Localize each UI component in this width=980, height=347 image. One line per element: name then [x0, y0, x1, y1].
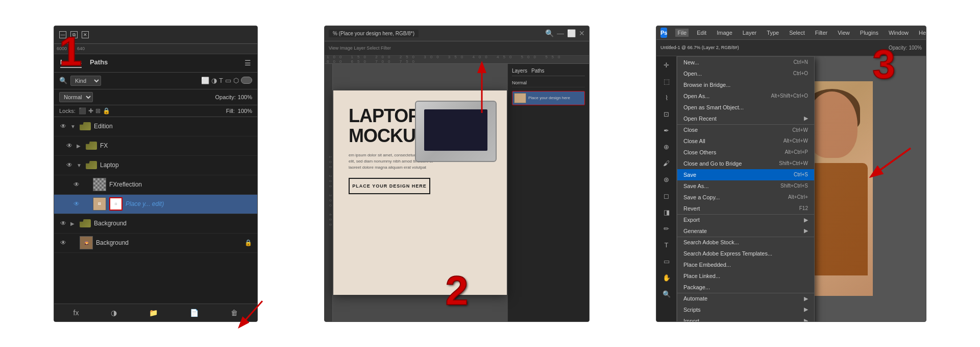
- layer-expand-icon[interactable]: ▼: [77, 163, 83, 168]
- layers-panel-menu-icon[interactable]: ☰: [244, 59, 251, 67]
- restore-icon[interactable]: ⬜: [567, 29, 576, 37]
- menu-item-automate[interactable]: Automate ▶: [677, 293, 814, 304]
- lock-artboards-icon[interactable]: ⊞: [95, 107, 101, 114]
- menu-item-close[interactable]: Close Ctrl+W: [677, 124, 814, 135]
- list-item[interactable]: 👁 🌄 Background 🔒: [54, 234, 257, 253]
- hand-tool-icon[interactable]: ✋: [659, 272, 674, 284]
- crop-tool-icon[interactable]: ⊡: [659, 108, 674, 121]
- type-tool-icon[interactable]: T: [659, 239, 674, 251]
- ps-logo: Ps: [660, 28, 667, 38]
- smart-filter-icon[interactable]: ⬡: [233, 77, 239, 84]
- menu-item-express[interactable]: Search Adobe Express Templates...: [677, 248, 814, 259]
- menu-item-close-bridge[interactable]: Close and Go to Bridge Shift+Ctrl+W: [677, 158, 814, 169]
- layer-visibility-icon[interactable]: 👁: [59, 239, 67, 247]
- opacity-value[interactable]: 100%: [238, 94, 252, 100]
- tab-paths[interactable]: Paths: [90, 58, 108, 68]
- menu-plugins[interactable]: Plugins: [858, 29, 880, 37]
- menu-item-save[interactable]: Save Ctrl+S: [677, 169, 814, 180]
- close-icon[interactable]: ✕: [579, 29, 585, 37]
- filter-toggle[interactable]: [241, 77, 252, 84]
- adjustment-filter-icon[interactable]: ◑: [211, 77, 217, 84]
- eraser-tool-icon[interactable]: ◻: [659, 190, 674, 202]
- layer-expand-icon[interactable]: ▶: [77, 143, 83, 149]
- menu-item-import[interactable]: Import ▶: [677, 315, 814, 321]
- layer-visibility-icon[interactable]: 👁: [59, 219, 67, 227]
- lock-all-icon[interactable]: 🔒: [103, 107, 110, 114]
- menu-edit[interactable]: Edit: [695, 29, 708, 37]
- menu-item-generate[interactable]: Generate ▶: [677, 225, 814, 237]
- menu-item-open-smart[interactable]: Open as Smart Object...: [677, 102, 814, 113]
- layer-visibility-icon[interactable]: 👁: [72, 180, 81, 189]
- mockup-cta-button[interactable]: PLACE YOUR DESIGN HERE: [349, 178, 430, 194]
- menu-item-close-others[interactable]: Close Others Alt+Ctrl+P: [677, 147, 814, 158]
- zoom-tool-icon[interactable]: 🔍: [659, 288, 674, 300]
- menu-item-save-copy[interactable]: Save a Copy... Alt+Ctrl+: [677, 192, 814, 203]
- menu-image[interactable]: Image: [715, 29, 734, 37]
- menu-item-browse[interactable]: Browse in Bridge...: [677, 79, 814, 90]
- menu-item-scripts[interactable]: Scripts ▶: [677, 304, 814, 315]
- pen-tool-icon[interactable]: ✏: [659, 223, 674, 235]
- menu-item-save-as[interactable]: Save As... Shift+Ctrl+S: [677, 180, 814, 192]
- list-item[interactable]: 👁 FXreflection: [54, 175, 257, 195]
- layer-expand-icon[interactable]: ▶: [70, 221, 77, 226]
- menu-window[interactable]: Window: [887, 29, 911, 37]
- list-item[interactable]: 👁 ▶ FX: [54, 136, 257, 156]
- lock-pixels-icon[interactable]: ⬛: [79, 107, 86, 114]
- menu-item-package[interactable]: Package...: [677, 282, 814, 293]
- layer-visibility-icon[interactable]: 👁: [65, 161, 74, 169]
- menu-item-place-embedded[interactable]: Place Embedded...: [677, 259, 814, 270]
- menu-item-close-all[interactable]: Close All Alt+Ctrl+W: [677, 135, 814, 147]
- menu-item-revert[interactable]: Revert F12: [677, 203, 814, 214]
- menu-item-open-recent[interactable]: Open Recent ▶: [677, 113, 814, 124]
- side-layers-tab[interactable]: Layers: [512, 68, 527, 74]
- lasso-tool-icon[interactable]: ⌇: [659, 92, 674, 104]
- kind-select[interactable]: KindNameEffect: [70, 76, 101, 86]
- lock-position-icon[interactable]: ✚: [88, 107, 93, 114]
- menu-view[interactable]: View: [836, 29, 852, 37]
- side-paths-tab[interactable]: Paths: [531, 68, 545, 74]
- gradient-tool-icon[interactable]: ◨: [659, 206, 674, 219]
- brush-tool-icon[interactable]: 🖌: [659, 157, 674, 170]
- search-icon[interactable]: 🔍: [545, 29, 554, 37]
- layer-expand-icon[interactable]: ▼: [70, 124, 77, 129]
- layer-visibility-icon[interactable]: 👁: [65, 142, 74, 150]
- type-filter-icon[interactable]: T: [219, 77, 223, 84]
- minimize-icon[interactable]: —: [557, 29, 564, 37]
- add-fx-icon[interactable]: fx: [74, 309, 79, 317]
- eyedropper-tool-icon[interactable]: ✒: [659, 125, 674, 137]
- selection-tool-icon[interactable]: ⬚: [659, 76, 674, 88]
- menu-item-open-as[interactable]: Open As... Alt+Shift+Ctrl+O: [677, 90, 814, 102]
- menu-item-new[interactable]: New... Ctrl+N: [677, 57, 814, 68]
- side-layer-item-highlighted[interactable]: Place your design here: [512, 91, 585, 105]
- menu-layer[interactable]: Layer: [741, 29, 759, 37]
- pixel-filter-icon[interactable]: ⬜: [201, 77, 209, 84]
- healing-tool-icon[interactable]: ⊕: [659, 141, 674, 153]
- blend-mode-select[interactable]: Normal: [59, 92, 93, 102]
- menu-item-export[interactable]: Export ▶: [677, 214, 814, 225]
- menu-type[interactable]: Type: [765, 29, 781, 37]
- menu-item-label: Search Adobe Stock...: [683, 239, 739, 245]
- menu-item-place-linked[interactable]: Place Linked...: [677, 270, 814, 282]
- shape-filter-icon[interactable]: ▭: [225, 77, 231, 84]
- layer-visibility-icon[interactable]: 👁: [59, 122, 67, 130]
- new-group-icon[interactable]: 📁: [149, 309, 158, 317]
- list-item[interactable]: 👁 🖼 □ Place y... edit): [54, 195, 257, 214]
- menu-item-stock[interactable]: Search Adobe Stock...: [677, 237, 814, 248]
- menu-help[interactable]: Help: [917, 29, 926, 37]
- fill-value[interactable]: 100%: [238, 108, 252, 114]
- list-item[interactable]: 👁 ▼ Laptop: [54, 156, 257, 175]
- clone-tool-icon[interactable]: ⊛: [659, 174, 674, 186]
- new-layer-icon[interactable]: 📄: [190, 309, 199, 317]
- menu-item-open[interactable]: Open... Ctrl+O: [677, 68, 814, 79]
- menu-filter[interactable]: Filter: [813, 29, 829, 37]
- list-item[interactable]: 👁 ▶ Background: [54, 214, 257, 234]
- shape-tool-icon[interactable]: ▭: [659, 256, 674, 268]
- list-item[interactable]: 👁 ▼ Edition: [54, 117, 257, 136]
- menu-select[interactable]: Select: [787, 29, 807, 37]
- layer-visibility-icon[interactable]: 👁: [72, 200, 81, 208]
- add-adjustment-icon[interactable]: ◑: [111, 309, 117, 317]
- menu-file[interactable]: File: [675, 29, 689, 37]
- close-icon[interactable]: ✕: [82, 31, 89, 38]
- move-tool-icon[interactable]: ✛: [659, 59, 674, 72]
- side-layers-panel: Layers Paths Normal Place your design he…: [507, 64, 589, 321]
